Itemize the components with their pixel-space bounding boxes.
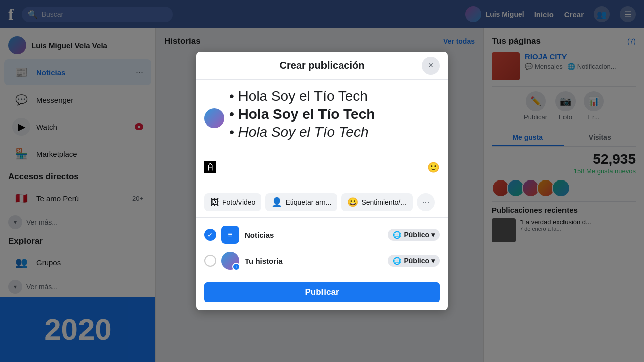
modal: Crear publicación × • Hola Soy el Tío Te… — [196, 52, 448, 310]
historia-radio[interactable] — [204, 255, 216, 267]
more-options-button[interactable]: ··· — [417, 193, 435, 211]
post-line-3: • Hola Soy el Tío Tech — [229, 124, 440, 140]
post-content-area: • Hola Soy el Tío Tech • Hola Soy el Tío… — [229, 88, 440, 148]
chevron-down-icon: ▾ — [431, 231, 435, 239]
post-line-2: • Hola Soy el Tío Tech — [229, 106, 440, 122]
publish-button[interactable]: Publicar — [204, 282, 440, 302]
action-buttons: 🖼 Foto/video 👤 Etiquetar am... 😀 Sentimi… — [196, 187, 448, 217]
font-tool[interactable]: 🅰 — [204, 160, 216, 174]
sentimiento-button[interactable]: 😀 Sentimiento/... — [341, 193, 413, 211]
share-option-left: ✓ ≡ Noticias — [204, 226, 274, 244]
historia-label: Tu historia — [245, 257, 283, 265]
globe-icon: 🌐 — [393, 257, 401, 265]
close-button[interactable]: × — [422, 57, 440, 75]
chevron-down-icon: ▾ — [431, 257, 435, 265]
share-option-historia: + Tu historia 🌐 Público ▾ — [204, 248, 440, 274]
emoji-icon[interactable]: 🙂 — [427, 161, 440, 173]
modal-overlay[interactable]: Crear publicación × • Hola Soy el Tío Te… — [0, 0, 644, 362]
noticias-checkbox[interactable]: ✓ — [204, 229, 216, 241]
foto-video-button[interactable]: 🖼 Foto/video — [204, 193, 261, 211]
post-line-1: • Hola Soy el Tío Tech — [229, 88, 440, 104]
plus-icon: + — [232, 263, 240, 271]
noticias-label: Noticias — [245, 231, 274, 239]
etiquetar-button[interactable]: 👤 Etiquetar am... — [265, 193, 337, 211]
publico-dropdown-historia[interactable]: 🌐 Público ▾ — [388, 255, 440, 267]
modal-body: • Hola Soy el Tío Tech • Hola Soy el Tío… — [196, 80, 448, 187]
share-options: ✓ ≡ Noticias 🌐 Público ▾ + Tu histor — [196, 218, 448, 278]
modal-title: Crear publicación — [280, 60, 365, 71]
foto-icon: 🖼 — [210, 197, 219, 208]
noticias-icon: ≡ — [221, 226, 239, 244]
share-option-left: + Tu historia — [204, 252, 283, 270]
emoji-icon: 😀 — [347, 197, 358, 208]
modal-header: Crear publicación × — [196, 52, 448, 80]
globe-icon: 🌐 — [393, 231, 401, 239]
tag-icon: 👤 — [271, 197, 282, 208]
post-user-row: • Hola Soy el Tío Tech • Hola Soy el Tío… — [204, 88, 440, 148]
post-user-avatar — [204, 108, 224, 128]
publico-dropdown-noticias[interactable]: 🌐 Público ▾ — [388, 229, 440, 241]
historia-avatar: + — [221, 252, 239, 270]
post-tools-row: 🅰 🙂 — [204, 156, 440, 178]
share-option-noticias: ✓ ≡ Noticias 🌐 Público ▾ — [204, 222, 440, 248]
